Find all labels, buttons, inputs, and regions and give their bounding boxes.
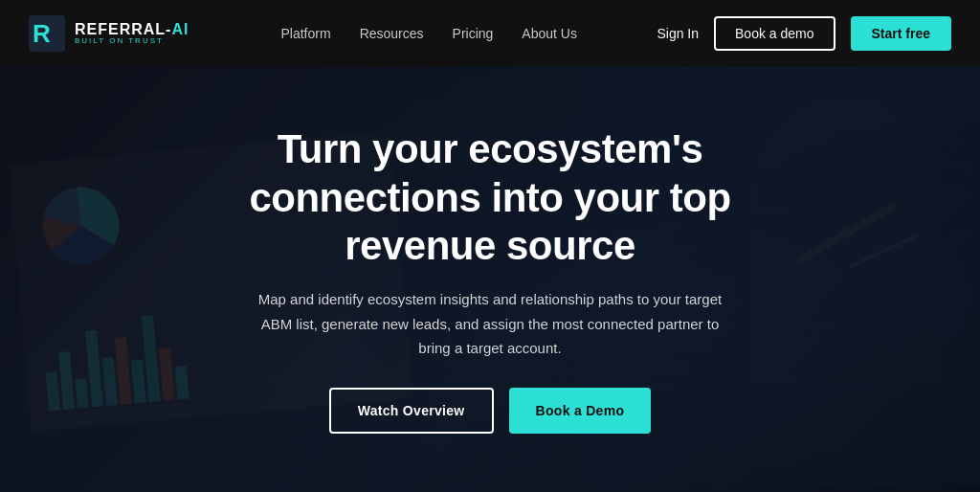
hero-title: Turn your ecosystem's connections into y… — [191, 125, 789, 270]
nav-about-us[interactable]: About Us — [522, 26, 577, 41]
nav-actions: Sign In Book a demo Start free — [657, 16, 951, 51]
hero-buttons: Watch Overview Book a Demo — [329, 388, 652, 434]
watch-overview-button[interactable]: Watch Overview — [329, 388, 494, 434]
nav-links: Platform Resources Pricing About Us — [201, 26, 657, 41]
logo-icon: R — [29, 15, 65, 52]
logo-text: REFERRAL-AI BUILT ON TRUST — [75, 21, 189, 46]
start-free-button[interactable]: Start free — [851, 16, 951, 51]
sign-in-button[interactable]: Sign In — [657, 26, 699, 41]
hero-section: R REFERRAL-AI BUILT ON TRUST Platform Re… — [0, 0, 980, 492]
svg-text:R: R — [33, 19, 51, 48]
hero-content: Turn your ecosystem's connections into y… — [0, 67, 980, 492]
nav-pricing[interactable]: Pricing — [453, 26, 494, 41]
nav-resources[interactable]: Resources — [360, 26, 424, 41]
logo-sub-text: BUILT ON TRUST — [75, 37, 189, 46]
logo-main-text: REFERRAL-AI — [75, 21, 189, 38]
book-demo-hero-button[interactable]: Book a Demo — [509, 388, 652, 434]
nav-platform[interactable]: Platform — [281, 26, 331, 41]
navbar: R REFERRAL-AI BUILT ON TRUST Platform Re… — [0, 0, 980, 67]
logo: R REFERRAL-AI BUILT ON TRUST — [29, 15, 201, 52]
hero-subtitle: Map and identify ecosystem insights and … — [251, 287, 729, 361]
book-demo-button[interactable]: Book a demo — [714, 16, 835, 51]
